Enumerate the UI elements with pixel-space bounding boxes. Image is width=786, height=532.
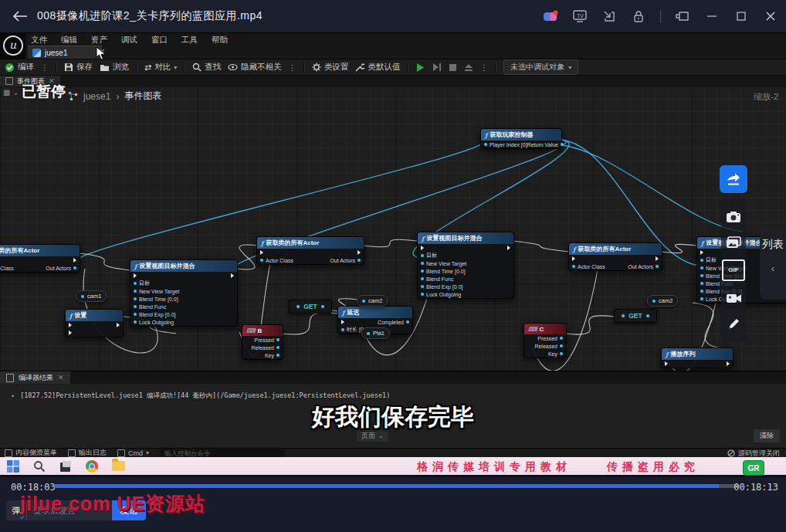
node-pin-row[interactable]: Blend Exp [0.0] bbox=[418, 283, 513, 290]
node-pin-row[interactable]: Pressed bbox=[242, 336, 283, 344]
blueprint-node[interactable]: ƒ获取类的所有ActorActor ClassOut Actors bbox=[256, 236, 364, 265]
compile-button[interactable]: 编译 bbox=[5, 62, 34, 73]
node-pin-row[interactable]: Released bbox=[242, 344, 283, 351]
variable-get-node[interactable]: cam1 bbox=[76, 290, 107, 302]
menu-item[interactable]: 调试 bbox=[121, 35, 137, 46]
blueprint-node[interactable]: ƒ获取类的所有ActorActor ClassOut Actors bbox=[0, 244, 80, 273]
blueprint-node[interactable]: ƒ播放序列 bbox=[661, 347, 733, 368]
save-button[interactable]: 保存 bbox=[64, 62, 93, 73]
frames-button[interactable] bbox=[449, 63, 457, 72]
clear-button[interactable]: 清除 bbox=[754, 429, 780, 442]
blueprint-node[interactable]: ƒ设置视图目标并混合目标New View TargetBlend Time [0… bbox=[130, 259, 238, 327]
node-pin-row[interactable]: Lock Outgoing bbox=[130, 318, 237, 326]
node-pin-row[interactable] bbox=[66, 321, 123, 329]
node-pin-row[interactable]: Key bbox=[524, 350, 566, 357]
node-pin-row[interactable]: Blend Func bbox=[418, 275, 513, 283]
blueprint-node[interactable]: ƒ获取类的所有ActorActor ClassOut Actors bbox=[568, 242, 662, 271]
blueprint-node[interactable]: ⌨BPressedReleasedKey bbox=[242, 324, 283, 360]
blueprint-node[interactable]: ƒ获取玩家控制器Player Index [0]Return Value bbox=[480, 128, 562, 149]
node-pin-row[interactable]: Blend Time [0.0] bbox=[418, 267, 513, 275]
gif-record-icon[interactable]: GIF bbox=[722, 259, 745, 281]
node-pin-row[interactable] bbox=[418, 244, 513, 252]
node-pin-row[interactable] bbox=[0, 256, 80, 264]
file-explorer-icon[interactable] bbox=[111, 459, 125, 473]
frame-skip-button[interactable] bbox=[432, 63, 442, 72]
menu-item[interactable]: 工具 bbox=[181, 35, 198, 46]
blueprint-node[interactable]: ƒ设置 bbox=[65, 309, 124, 337]
browse-button[interactable]: 浏览 bbox=[100, 62, 129, 73]
node-pin-row[interactable]: Actor ClassOut Actors bbox=[257, 256, 364, 264]
start-button-icon[interactable] bbox=[6, 459, 20, 473]
node-pin-row[interactable]: New View Target bbox=[130, 287, 237, 295]
node-pin-row[interactable]: Released bbox=[524, 342, 566, 350]
node-pin-row[interactable]: 目标 bbox=[418, 252, 513, 259]
compiler-tab-close-icon[interactable]: ✕ bbox=[58, 374, 64, 381]
node-pin-row[interactable]: Blend Func bbox=[130, 303, 237, 310]
compiler-results-tab[interactable]: 编译器结果 ✕ bbox=[0, 371, 70, 384]
node-pin-row[interactable]: Blend Time [0.0] bbox=[130, 295, 237, 303]
debug-object-dropdown[interactable]: 未选中调试对象 ▾ bbox=[503, 59, 578, 75]
cmd-dropdown[interactable]: Cmd ▾ bbox=[117, 449, 149, 457]
variable-get-node[interactable]: cam2 bbox=[647, 295, 678, 307]
screenshot-camera-icon[interactable] bbox=[725, 208, 742, 225]
diff-button[interactable]: ⇄ 对比 ▾ bbox=[144, 62, 177, 73]
node-pin-row[interactable] bbox=[662, 360, 733, 368]
node-pin-row[interactable]: Pressed bbox=[524, 334, 566, 342]
node-pin-row[interactable]: Lock Outgoing bbox=[418, 290, 513, 298]
compile-options-icon[interactable]: ⋮ bbox=[41, 63, 49, 72]
node-pin-row[interactable]: Actor ClassOut Actors bbox=[0, 264, 80, 272]
array-get-node[interactable]: GET bbox=[289, 300, 332, 313]
image-capture-icon[interactable] bbox=[725, 234, 742, 251]
node-pin-row[interactable] bbox=[569, 255, 662, 263]
node-pin-row[interactable]: 目标 bbox=[130, 280, 237, 287]
back-button[interactable] bbox=[11, 7, 29, 25]
progress-bar[interactable] bbox=[54, 484, 740, 488]
menu-item[interactable]: 编辑 bbox=[61, 35, 77, 46]
app-window-icon[interactable] bbox=[59, 459, 73, 473]
blueprint-node[interactable]: ⌨CPressedReleasedKey bbox=[523, 323, 567, 358]
list-drawer-toggle[interactable]: 列表 ‹ bbox=[760, 229, 786, 300]
menu-item[interactable]: 文件 bbox=[31, 35, 47, 46]
variable-get-node[interactable]: cam2 bbox=[357, 295, 388, 307]
node-pin-row[interactable]: New View Target bbox=[418, 259, 513, 267]
variable-get-node[interactable]: Pla1 bbox=[361, 327, 390, 339]
video-record-icon[interactable] bbox=[725, 290, 742, 307]
play-button[interactable] bbox=[415, 63, 425, 73]
lock-icon[interactable] bbox=[631, 8, 646, 24]
class-defaults-button[interactable]: 类默认值 bbox=[355, 62, 400, 73]
breadcrumb-asset[interactable]: juese1 bbox=[83, 91, 110, 102]
pin-player-icon[interactable] bbox=[675, 8, 690, 24]
blueprint-node[interactable]: ƒ设置视图目标并混合目标New View TargetBlend Time [0… bbox=[417, 232, 514, 299]
node-pin-row[interactable] bbox=[66, 329, 123, 337]
node-pin-row[interactable] bbox=[257, 249, 364, 256]
node-pin-row[interactable]: Actor ClassOut Actors bbox=[569, 263, 662, 270]
node-pin-row[interactable]: Blend Exp [0.0] bbox=[130, 310, 237, 318]
console-command-input[interactable] bbox=[160, 449, 285, 457]
array-get-node[interactable]: GET bbox=[614, 309, 657, 323]
node-pin-row[interactable]: Key bbox=[242, 351, 283, 359]
game-center-icon[interactable] bbox=[543, 8, 558, 24]
chrome-icon[interactable] bbox=[85, 459, 99, 473]
search-icon[interactable] bbox=[32, 459, 46, 473]
mini-window-icon[interactable] bbox=[601, 8, 617, 24]
class-settings-button[interactable]: 类设置 bbox=[312, 62, 349, 73]
asset-tab-juese1[interactable]: juese1 bbox=[28, 46, 102, 59]
maximize-button[interactable] bbox=[733, 8, 749, 24]
eject-button[interactable] bbox=[464, 63, 473, 72]
blueprint-graph-canvas[interactable]: ƒ获取玩家控制器Player Index [0]Return Valueƒ获取类… bbox=[0, 86, 786, 371]
hide-unrelated-button[interactable]: 隐藏不相关 bbox=[228, 62, 282, 73]
hide-options-icon[interactable]: ⋮ bbox=[289, 63, 296, 72]
play-options-icon[interactable]: ⋮ bbox=[480, 63, 488, 72]
node-pin-row[interactable]: Completed bbox=[338, 318, 412, 326]
menu-item[interactable]: 帮助 bbox=[212, 35, 228, 46]
node-pin-row[interactable] bbox=[130, 272, 237, 280]
share-button[interactable] bbox=[720, 165, 747, 193]
menu-item[interactable]: 资产 bbox=[91, 35, 107, 46]
graph-corner-icon[interactable]: ▦ ⌄ bbox=[3, 88, 19, 97]
tv-cast-icon[interactable]: TV bbox=[572, 8, 588, 24]
close-button[interactable] bbox=[763, 8, 778, 24]
annotate-pen-icon[interactable] bbox=[725, 315, 742, 332]
find-button[interactable]: 查找 bbox=[192, 62, 221, 73]
minimize-button[interactable] bbox=[704, 8, 720, 24]
menu-item[interactable]: 窗口 bbox=[151, 35, 168, 46]
